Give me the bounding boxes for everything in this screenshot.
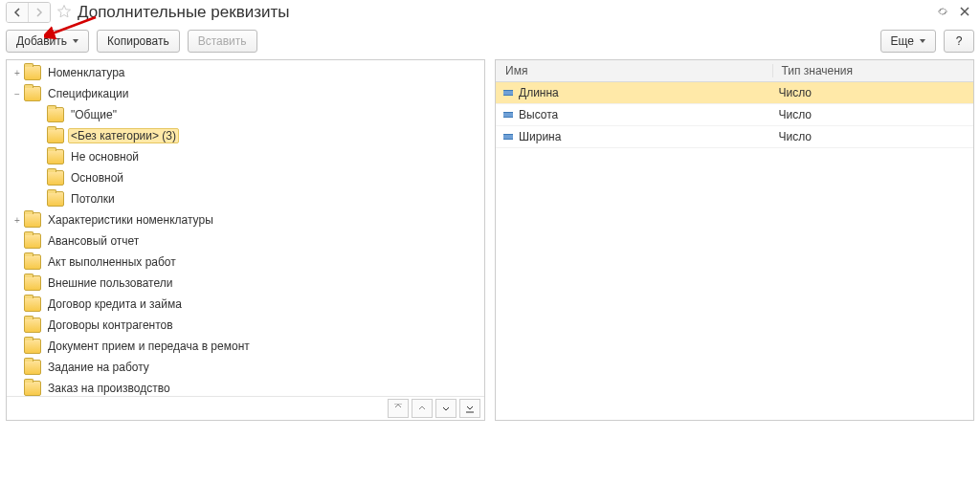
tree-row[interactable]: Потолки (7, 188, 484, 209)
close-button[interactable] (959, 6, 970, 20)
folder-icon (24, 360, 41, 375)
tree-row[interactable]: Договор кредита и займа (7, 294, 484, 315)
attribute-icon (503, 112, 513, 118)
more-button-label: Еще (891, 34, 914, 48)
more-button[interactable]: Еще (880, 30, 936, 53)
tree-row[interactable]: Авансовый отчет (7, 230, 484, 252)
folder-icon (47, 107, 64, 122)
folder-icon (24, 275, 41, 291)
tree-item-label: Не основной (68, 149, 142, 164)
attribute-icon (503, 134, 513, 140)
page-title: Дополнительные реквизиты (78, 3, 289, 22)
tree-row[interactable]: Задание на работу (7, 357, 484, 378)
move-up-button[interactable] (412, 399, 433, 418)
table-row[interactable]: ШиринаЧисло (496, 126, 973, 148)
tree-item-label: Документ прием и передача в ремонт (45, 339, 253, 354)
add-button[interactable]: Добавить (6, 30, 89, 53)
attribute-type: Число (770, 130, 973, 143)
link-icon[interactable] (936, 5, 949, 21)
categories-tree-panel: +Номенклатура−Спецификации"Общие"<Без ка… (6, 59, 485, 421)
paste-button-label: Вставить (198, 34, 247, 48)
copy-button-label: Копировать (107, 34, 169, 48)
tree-item-label: Договор кредита и займа (45, 296, 185, 312)
nav-back-button[interactable] (7, 3, 28, 22)
tree-item-label: Внешние пользователи (45, 275, 175, 291)
folder-icon (24, 212, 41, 228)
collapse-icon[interactable]: − (11, 89, 24, 99)
folder-icon (47, 191, 64, 207)
table-row[interactable]: ВысотаЧисло (496, 104, 973, 126)
tree-row[interactable]: Акт выполненных работ (7, 252, 484, 273)
move-down-button[interactable] (435, 399, 457, 418)
tree-item-label: Акт выполненных работ (45, 254, 179, 270)
tree-row[interactable]: Не основной (7, 146, 484, 167)
folder-icon (47, 170, 64, 186)
expand-icon[interactable]: + (11, 68, 24, 78)
tree-row[interactable]: +Номенклатура (7, 62, 484, 83)
tree-item-label: Номенклатура (45, 65, 128, 80)
tree-row[interactable]: Внешние пользователи (7, 273, 484, 294)
move-bottom-button[interactable] (459, 399, 480, 418)
tree-row[interactable]: <Без категории> (3) (7, 125, 484, 146)
tree-item-label: <Без категории> (3) (68, 128, 179, 143)
folder-icon (24, 254, 41, 270)
chevron-down-icon (920, 39, 925, 43)
nav-forward-button[interactable] (28, 3, 50, 22)
tree-row[interactable]: Документ прием и передача в ремонт (7, 336, 484, 357)
tree-item-label: Авансовый отчет (45, 233, 142, 249)
tree-row[interactable]: Основной (7, 167, 484, 188)
attribute-type: Число (770, 86, 973, 99)
help-button-label: ? (956, 34, 963, 48)
add-button-label: Добавить (16, 34, 67, 48)
column-header-name[interactable]: Имя (496, 64, 773, 77)
tree-item-label: "Общие" (68, 107, 120, 122)
folder-icon (24, 296, 41, 312)
attribute-name: Высота (519, 108, 558, 121)
attribute-name: Ширина (519, 130, 561, 143)
folder-icon (24, 86, 41, 101)
favorite-star-icon[interactable] (56, 4, 72, 22)
folder-icon (24, 233, 41, 249)
folder-icon (47, 149, 64, 164)
expand-icon[interactable]: + (11, 215, 24, 226)
tree-item-label: Характеристики номенклатуры (45, 212, 216, 228)
tree-item-label: Заказ на производство (45, 381, 173, 396)
tree-item-label: Потолки (68, 191, 118, 207)
tree-row[interactable]: Заказ на производство (7, 378, 484, 396)
folder-icon (24, 65, 41, 80)
tree-item-label: Договоры контрагентов (45, 318, 176, 333)
chevron-down-icon (73, 39, 78, 43)
tree-row[interactable]: Договоры контрагентов (7, 315, 484, 336)
paste-button: Вставить (188, 30, 257, 53)
tree-row[interactable]: "Общие" (7, 104, 484, 125)
table-row[interactable]: ДлиннаЧисло (496, 82, 973, 104)
attribute-icon (503, 90, 513, 96)
tree-row[interactable]: +Характеристики номенклатуры (7, 209, 484, 230)
tree-item-label: Основной (68, 170, 126, 186)
tree-item-label: Задание на работу (45, 360, 152, 375)
copy-button[interactable]: Копировать (97, 30, 180, 53)
attribute-type: Число (770, 108, 973, 121)
folder-icon (24, 381, 41, 396)
folder-icon (47, 128, 64, 143)
attribute-name: Длинна (519, 86, 559, 99)
folder-icon (24, 318, 41, 333)
folder-icon (24, 339, 41, 354)
column-header-type[interactable]: Тип значения (773, 64, 973, 77)
attributes-table-panel: Имя Тип значения ДлиннаЧислоВысотаЧислоШ… (495, 59, 974, 421)
tree-row[interactable]: −Спецификации (7, 83, 484, 104)
help-button[interactable]: ? (944, 30, 974, 53)
tree-item-label: Спецификации (45, 86, 131, 101)
move-top-button[interactable] (388, 399, 409, 418)
